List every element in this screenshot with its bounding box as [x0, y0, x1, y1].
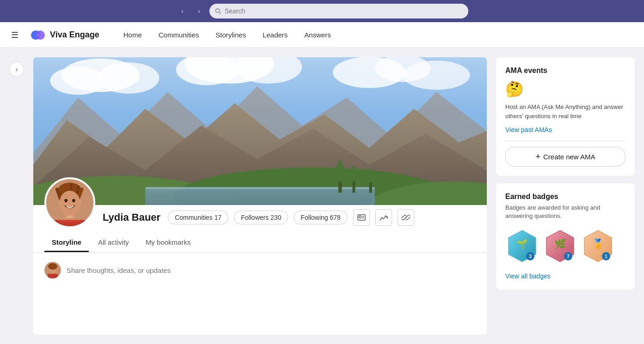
svg-point-6: [50, 67, 106, 95]
nav-communities[interactable]: Communities: [151, 27, 207, 42]
ama-panel-card: AMA events 🤔 Host an AMA (Ask Me Anythin…: [496, 57, 635, 176]
badges-description: Badges are awarded for asking and answer…: [505, 204, 626, 220]
profile-name: Lydia Bauer: [103, 211, 160, 223]
tab-storyline[interactable]: Storyline: [44, 234, 89, 252]
app-header: ☰ Viva Engage Home Communities Storyline…: [0, 22, 644, 48]
tab-all-activity[interactable]: All activity: [91, 234, 136, 252]
profile-name-stats: Lydia Bauer Communities 17 Followers 230…: [103, 209, 476, 226]
nav-answers[interactable]: Answers: [297, 27, 338, 42]
create-ama-label: Create new AMA: [543, 153, 595, 161]
nav-home[interactable]: Home: [116, 27, 149, 42]
profile-tabs-bar: Storyline All activity My bookmarks: [33, 234, 487, 253]
create-ama-icon: +: [535, 152, 540, 162]
badge-1: 🌱 3: [505, 228, 539, 265]
svg-line-1: [219, 12, 221, 13]
ama-panel-title: AMA events: [505, 66, 626, 75]
hamburger-button[interactable]: ☰: [9, 28, 20, 42]
back-button[interactable]: ‹: [9, 62, 24, 77]
followers-badge[interactable]: Followers 230: [234, 211, 288, 224]
create-ama-button[interactable]: + Create new AMA: [505, 147, 626, 167]
ama-emoji: 🤔: [505, 80, 626, 98]
svg-text:1: 1: [605, 254, 607, 259]
main-nav: Home Communities Storylines Leaders Answ…: [116, 27, 338, 42]
badge-2-hex: 🌿 7: [545, 229, 575, 263]
profile-section: Lydia Bauer Communities 17 Followers 230…: [33, 57, 487, 335]
analytics-button[interactable]: [375, 209, 392, 226]
svg-point-37: [64, 199, 67, 202]
logo-area: Viva Engage: [30, 27, 99, 43]
profile-card-button[interactable]: [353, 209, 370, 226]
following-badge[interactable]: Following 678: [294, 211, 347, 224]
badge-3-hex: 🏅 1: [583, 229, 613, 263]
right-panel: AMA events 🤔 Host an AMA (Ask Me Anythin…: [496, 57, 635, 335]
nav-storylines[interactable]: Storylines: [208, 27, 253, 42]
badges-row: 🌱 3 🌿: [505, 228, 626, 265]
share-link-button[interactable]: [398, 209, 414, 226]
share-input[interactable]: [67, 266, 476, 274]
view-all-badges-link[interactable]: View all badges: [505, 272, 551, 280]
browser-back-button[interactable]: ‹: [176, 5, 189, 18]
share-box: [33, 253, 487, 288]
profile-info-bar: Lydia Bauer Communities 17 Followers 230…: [33, 177, 487, 228]
viva-engage-logo: [30, 27, 46, 43]
svg-point-38: [72, 199, 75, 202]
main-content: ‹: [0, 48, 644, 344]
tab-my-bookmarks[interactable]: My bookmarks: [138, 234, 198, 252]
svg-point-13: [403, 60, 470, 90]
app-title: Viva Engage: [50, 30, 99, 40]
svg-point-43: [359, 216, 361, 218]
share-avatar: [44, 262, 61, 278]
badge-3: 🏅 1: [581, 228, 614, 265]
chart-icon: [380, 214, 388, 221]
browser-search-bar[interactable]: [209, 4, 468, 18]
svg-text:🏅: 🏅: [592, 238, 604, 249]
svg-text:3: 3: [529, 254, 532, 259]
view-past-amas-link[interactable]: View past AMAs: [505, 126, 626, 133]
communities-badge[interactable]: Communities 17: [168, 211, 228, 224]
svg-text:🌿: 🌿: [554, 238, 566, 249]
svg-point-36: [60, 191, 80, 215]
svg-rect-50: [48, 274, 58, 278]
svg-point-49: [48, 263, 57, 270]
browser-bar: ‹ ›: [0, 0, 644, 22]
link-icon: [402, 213, 410, 222]
avatar: [44, 177, 95, 228]
svg-text:7: 7: [567, 254, 570, 259]
svg-point-41: [67, 216, 74, 218]
search-icon: [215, 8, 221, 14]
svg-line-46: [405, 217, 407, 219]
id-card-icon: [357, 214, 366, 221]
badges-panel-card: Earned badges Badges are awarded for ask…: [496, 183, 635, 290]
browser-search-input[interactable]: [225, 7, 463, 15]
badges-panel-title: Earned badges: [505, 193, 626, 201]
ama-description: Host an AMA (Ask Me Anything) and answer…: [505, 103, 626, 121]
back-btn-container: ‹: [9, 57, 24, 335]
browser-forward-button[interactable]: ›: [193, 5, 206, 18]
svg-text:🌱: 🌱: [516, 238, 528, 249]
ama-divider: [505, 141, 626, 141]
nav-leaders[interactable]: Leaders: [255, 27, 295, 42]
badge-2: 🌿 7: [543, 228, 577, 265]
badge-1-hex: 🌱 3: [507, 229, 537, 263]
svg-point-7: [98, 62, 159, 94]
